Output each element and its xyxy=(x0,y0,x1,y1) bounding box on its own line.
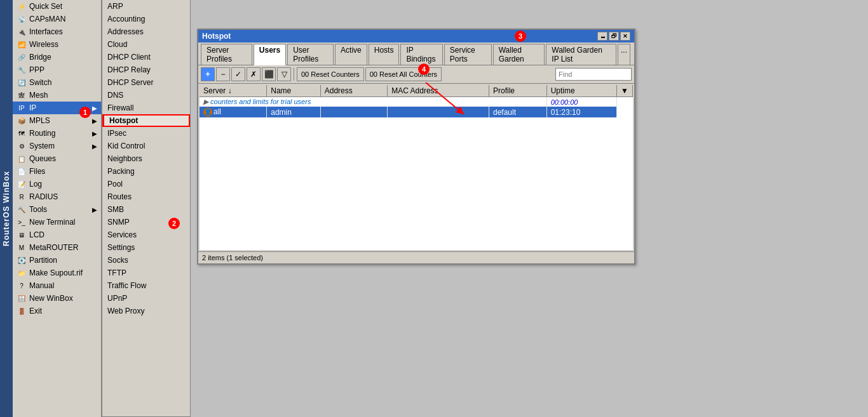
nav-label-system: System xyxy=(29,142,55,150)
window-close-button[interactable]: ✕ xyxy=(620,32,630,41)
nav-arrow-tools: ▶ xyxy=(92,206,97,213)
submenu-item-ipsec[interactable]: IPsec xyxy=(102,127,190,140)
tab-ip-bindings[interactable]: IP Bindings xyxy=(400,44,442,65)
trial-header-cell: ▶ counters and limits for trial users xyxy=(200,97,546,107)
user-icon: 👤 xyxy=(203,108,212,117)
remove-button[interactable]: − xyxy=(216,67,230,81)
table-row[interactable]: 👤alladmindefault01:23:10 xyxy=(200,107,633,117)
toolbar: + − ✓ ✗ ⬛ ▽ 00 Reset Counters 00 Reset xyxy=(198,65,634,84)
nav-item-radius[interactable]: RRADIUS xyxy=(13,190,101,203)
nav-item-partition[interactable]: 💽Partition xyxy=(13,254,101,267)
reset-all-counters-button[interactable]: 00 Reset All Counters xyxy=(365,67,442,81)
submenu-item-accounting[interactable]: Accounting xyxy=(102,13,190,25)
submenu-item-settings[interactable]: Settings xyxy=(102,241,190,254)
col-mac[interactable]: MAC Address xyxy=(388,85,489,97)
find-input[interactable] xyxy=(555,68,632,81)
nav-icon-new-terminal: >_ xyxy=(17,217,27,227)
submenu-item-dns[interactable]: DNS xyxy=(102,89,190,102)
nav-item-system[interactable]: ⚙System▶ xyxy=(13,140,101,152)
submenu-item-pool[interactable]: Pool xyxy=(102,178,190,190)
col-address[interactable]: Address xyxy=(320,85,387,97)
submenu-item-neighbors[interactable]: Neighbors xyxy=(102,152,190,165)
col-name[interactable]: Name xyxy=(267,85,321,97)
nav-item-bridge[interactable]: 🔗Bridge xyxy=(13,51,101,63)
col-uptime[interactable]: Uptime xyxy=(546,85,616,97)
nav-label-mpls: MPLS xyxy=(29,116,50,125)
nav-item-files[interactable]: 📄Files xyxy=(13,165,101,178)
cross-button[interactable]: ✗ xyxy=(247,67,261,81)
marker-2: 2 xyxy=(168,218,180,229)
submenu-item-smb[interactable]: SMB xyxy=(102,203,190,216)
marker-4: 4 xyxy=(418,63,430,75)
reset-counters-button[interactable]: 00 Reset Counters xyxy=(297,67,364,81)
submenu-item-hotspot[interactable]: Hotspot xyxy=(102,114,190,127)
tab-walled-garden-ip[interactable]: Walled Garden IP List xyxy=(546,44,616,65)
submenu-item-addresses[interactable]: Addresses xyxy=(102,25,190,38)
submenu-item-routes[interactable]: Routes xyxy=(102,190,190,203)
submenu-item-dhcp-client[interactable]: DHCP Client xyxy=(102,51,190,63)
tab-service-ports[interactable]: Service Ports xyxy=(444,44,492,65)
submenu-item-arp[interactable]: ARP xyxy=(102,0,190,13)
window-restore-button[interactable]: 🗗 xyxy=(609,32,619,41)
nav-item-routing[interactable]: 🗺Routing▶ xyxy=(13,127,101,140)
nav-item-interfaces[interactable]: 🔌Interfaces xyxy=(13,25,101,38)
nav-arrow-mpls: ▶ xyxy=(92,117,97,124)
nav-item-exit[interactable]: 🚪Exit xyxy=(13,305,101,317)
check-button[interactable]: ✓ xyxy=(231,67,245,81)
ip-submenu: ARPAccountingAddressesCloudDHCP ClientDH… xyxy=(102,0,191,417)
toolbar-separator xyxy=(294,68,294,81)
submenu-item-upnp[interactable]: UPnP xyxy=(102,292,190,305)
col-server[interactable]: Server ↓ xyxy=(200,85,267,97)
nav-item-new-terminal[interactable]: >_New Terminal xyxy=(13,216,101,228)
nav-item-ppp[interactable]: 🔧PPP xyxy=(13,63,101,76)
submenu-item-firewall[interactable]: Firewall xyxy=(102,102,190,114)
submenu-item-dhcp-server[interactable]: DHCP Server xyxy=(102,76,190,89)
filter-button[interactable]: ▽ xyxy=(277,67,291,81)
copy-button[interactable]: ⬛ xyxy=(262,67,276,81)
nav-item-make-supout[interactable]: 📁Make Supout.rif xyxy=(13,267,101,279)
nav-label-ip: IP xyxy=(29,103,36,112)
submenu-item-socks[interactable]: Socks xyxy=(102,254,190,267)
tab-more[interactable]: ... xyxy=(618,44,630,65)
tab-user-profiles[interactable]: User Profiles xyxy=(287,44,334,65)
submenu-item-kid-control[interactable]: Kid Control xyxy=(102,140,190,152)
nav-item-manual[interactable]: ?Manual xyxy=(13,279,101,292)
window-minimize-button[interactable]: 🗕 xyxy=(597,32,607,41)
nav-icon-mesh: 🕸 xyxy=(17,90,27,100)
nav-icon-mpls: 📦 xyxy=(17,116,27,126)
nav-item-capsman[interactable]: 📡CAPsMAN xyxy=(13,13,101,25)
nav-item-queues[interactable]: 📋Queues xyxy=(13,152,101,165)
tab-server-profiles[interactable]: Server Profiles xyxy=(201,44,252,65)
nav-label-wireless: Wireless xyxy=(29,40,58,49)
col-dropdown[interactable]: ▼ xyxy=(617,85,633,97)
users-table: Server ↓ Name Address MAC Address Profil… xyxy=(200,85,633,117)
submenu-item-packing[interactable]: Packing xyxy=(102,165,190,178)
nav-label-bridge: Bridge xyxy=(29,53,51,62)
nav-item-log[interactable]: 📝Log xyxy=(13,178,101,190)
submenu-item-traffic-flow[interactable]: Traffic Flow xyxy=(102,279,190,292)
submenu-item-web-proxy[interactable]: Web Proxy xyxy=(102,305,190,317)
col-profile[interactable]: Profile xyxy=(489,85,546,97)
nav-item-wireless[interactable]: 📶Wireless xyxy=(13,38,101,51)
tab-users[interactable]: Users xyxy=(254,44,286,65)
tab-active[interactable]: Active xyxy=(335,44,367,65)
nav-label-log: Log xyxy=(29,180,42,189)
nav-item-quick-set[interactable]: ⚡Quick Set xyxy=(13,0,101,13)
tab-hosts[interactable]: Hosts xyxy=(369,44,400,65)
nav-item-lcd[interactable]: 🖥LCD xyxy=(13,228,101,241)
nav-item-new-winbox[interactable]: 🪟New WinBox xyxy=(13,292,101,305)
nav-label-metarouter: MetaROUTER xyxy=(29,243,78,252)
submenu-item-services[interactable]: Services xyxy=(102,228,190,241)
table-row[interactable]: ▶ counters and limits for trial users00:… xyxy=(200,97,633,107)
submenu-item-cloud[interactable]: Cloud xyxy=(102,38,190,51)
nav-item-metarouter[interactable]: MMetaROUTER xyxy=(13,241,101,254)
tab-walled-garden[interactable]: Walled Garden xyxy=(493,44,545,65)
add-button[interactable]: + xyxy=(201,67,215,81)
nav-item-mesh[interactable]: 🕸Mesh xyxy=(13,89,101,102)
status-text: 2 items (1 selected) xyxy=(202,254,263,261)
nav-label-exit: Exit xyxy=(29,307,42,315)
nav-item-switch[interactable]: 🔄Switch xyxy=(13,76,101,89)
nav-item-tools[interactable]: 🔨Tools▶ xyxy=(13,203,101,216)
submenu-item-tftp[interactable]: TFTP xyxy=(102,267,190,279)
submenu-item-dhcp-relay[interactable]: DHCP Relay xyxy=(102,63,190,76)
